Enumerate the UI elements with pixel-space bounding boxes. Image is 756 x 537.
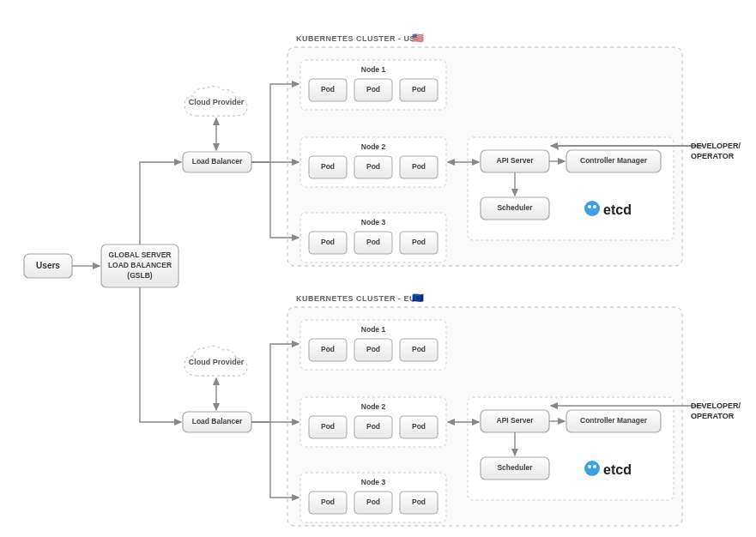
- svg-text:Pod: Pod: [412, 238, 426, 246]
- svg-text:Pod: Pod: [321, 498, 335, 506]
- dev-op-us-2: OPERATOR: [691, 152, 735, 160]
- svg-text:Pod: Pod: [366, 498, 380, 506]
- svg-text:Pod: Pod: [321, 345, 335, 353]
- dev-op-eu-1: DEVELOPER/: [691, 401, 741, 410]
- gslb-line2: LOAD BALANCER: [108, 261, 172, 269]
- svg-text:etcd: etcd: [603, 202, 632, 217]
- etcd-us: etcd: [584, 201, 632, 217]
- controller-manager-eu-label: Controller Manager: [580, 416, 648, 425]
- cloud-provider-us: Cloud Provider: [189, 98, 245, 106]
- node-1-eu-label: Node 1: [361, 325, 386, 334]
- users-label: Users: [36, 261, 60, 270]
- svg-text:Pod: Pod: [412, 85, 426, 94]
- gslb-line3: (GSLB): [127, 271, 152, 280]
- svg-text:Pod: Pod: [366, 238, 380, 246]
- svg-text:Pod: Pod: [366, 345, 380, 353]
- node-1-eu: Node 1 Pod Pod Pod: [300, 320, 446, 370]
- cluster-eu: KUBERNETES CLUSTER - EU 🇪🇺 Cloud Provide…: [140, 287, 741, 526]
- gslb-line1: GLOBAL SERVER: [109, 250, 172, 259]
- svg-point-32: [593, 465, 596, 468]
- svg-text:Pod: Pod: [412, 162, 426, 171]
- scheduler-eu-label: Scheduler: [497, 463, 533, 472]
- svg-point-13: [584, 201, 600, 216]
- node-3-us-label: Node 3: [361, 218, 386, 226]
- load-balancer-us-label: Load Balancer: [192, 157, 243, 166]
- node-2-eu: Node 2 Pod Pod Pod: [300, 397, 446, 447]
- svg-text:Pod: Pod: [412, 498, 426, 506]
- svg-text:Pod: Pod: [366, 162, 380, 171]
- flag-us-icon: 🇺🇸: [412, 32, 424, 44]
- arrow-gslb-lb-eu: [140, 287, 181, 422]
- scheduler-us-label: Scheduler: [497, 203, 533, 212]
- cloud-provider-eu: Cloud Provider: [189, 358, 245, 366]
- svg-text:Pod: Pod: [321, 238, 335, 246]
- flag-eu-icon: 🇪🇺: [412, 292, 424, 304]
- node-2-us: Node 2 Pod Pod Pod: [300, 137, 446, 187]
- cluster-us: KUBERNETES CLUSTER - US 🇺🇸 Cloud Provide…: [140, 32, 741, 266]
- node-3-us: Node 3 Pod Pod Pod: [300, 213, 446, 262]
- svg-text:Pod: Pod: [412, 422, 426, 431]
- svg-point-15: [593, 205, 596, 208]
- dev-op-eu-2: OPERATOR: [691, 412, 735, 420]
- svg-text:Pod: Pod: [321, 85, 335, 94]
- node-2-eu-label: Node 2: [361, 402, 386, 411]
- svg-text:Pod: Pod: [412, 345, 426, 353]
- svg-text:Pod: Pod: [366, 422, 380, 431]
- svg-text:Pod: Pod: [321, 422, 335, 431]
- node-3-eu: Node 3 Pod Pod Pod: [300, 473, 446, 522]
- node-1-us-label: Node 1: [361, 65, 386, 74]
- dev-op-us-1: DEVELOPER/: [691, 142, 741, 150]
- node-1-us: Node 1 Pod Pod Pod: [300, 60, 446, 110]
- svg-point-14: [588, 205, 591, 208]
- node-3-eu-label: Node 3: [361, 478, 386, 486]
- arrow-gslb-lb-us: [140, 162, 181, 244]
- load-balancer-eu-label: Load Balancer: [192, 417, 243, 425]
- svg-point-30: [584, 461, 600, 476]
- api-server-us-label: API Server: [497, 156, 535, 165]
- api-server-eu-label: API Server: [497, 416, 535, 425]
- svg-text:etcd: etcd: [603, 462, 632, 477]
- cluster-us-title: KUBERNETES CLUSTER - US: [296, 34, 415, 43]
- node-2-us-label: Node 2: [361, 142, 386, 151]
- controller-manager-us-label: Controller Manager: [580, 156, 648, 165]
- etcd-eu: etcd: [584, 461, 632, 477]
- svg-text:Pod: Pod: [321, 162, 335, 171]
- svg-point-31: [588, 465, 591, 468]
- svg-text:Pod: Pod: [366, 85, 380, 94]
- cluster-eu-title: KUBERNETES CLUSTER - EU: [296, 294, 415, 303]
